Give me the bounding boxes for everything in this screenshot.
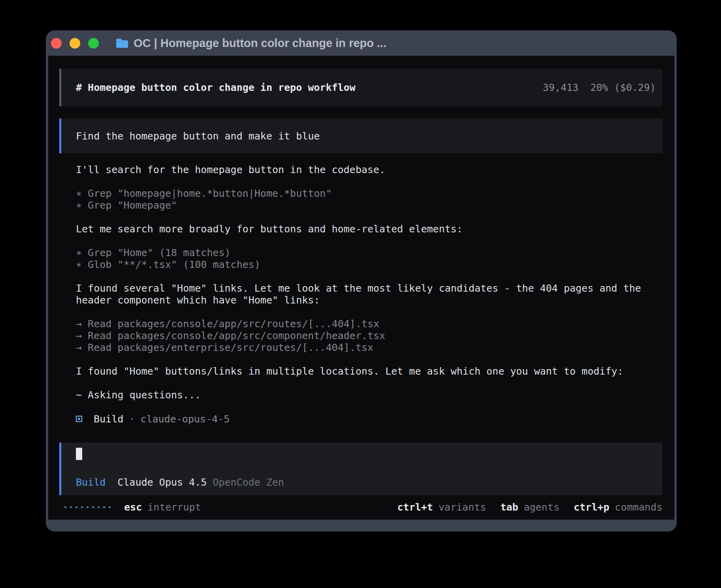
spinner-dot [109, 506, 111, 508]
prompt-input[interactable]: Build Claude Opus 4.5 OpenCode Zen [59, 443, 662, 495]
shortcut-group: ctrl+t variants tab agents ctrl+p comman… [397, 501, 662, 513]
spinner-dot [103, 506, 105, 508]
input-provider: OpenCode Zen [213, 477, 284, 488]
shortcut-agents: tab agents [500, 501, 559, 513]
titlebar[interactable]: OC | Homepage button color change in rep… [46, 30, 677, 56]
ctrl-t-key: ctrl+t [397, 501, 433, 513]
folder-icon [115, 38, 129, 49]
tool-call-read: → Read packages/console/app/src/componen… [76, 330, 662, 342]
blank-line [76, 306, 662, 318]
shortcut-commands: ctrl+p commands [574, 501, 662, 513]
window-title: OC | Homepage button color change in rep… [134, 37, 387, 50]
assistant-text: header component which have "Home" links… [76, 294, 662, 306]
tool-call-grep: ∗ Grep "Homepage" [76, 200, 662, 211]
agent-icon [76, 416, 82, 422]
assistant-text: Let me search more broadly for buttons a… [76, 223, 662, 235]
minimize-button[interactable] [70, 38, 80, 49]
close-button[interactable] [51, 38, 62, 49]
blank-line [76, 354, 662, 366]
desktop: OC | Homepage button color change in rep… [0, 0, 721, 588]
tool-call-grep: ∗ Grep "Home" (18 matches) [76, 247, 662, 259]
terminal-content: # Homepage button color change in repo w… [48, 56, 674, 520]
agents-label: agents [524, 501, 559, 513]
input-status-line: Build Claude Opus 4.5 OpenCode Zen [76, 477, 662, 488]
esc-key: esc [124, 501, 142, 513]
tool-call-glob: ∗ Glob "**/*.tsx" (100 matches) [76, 259, 662, 271]
commands-label: commands [615, 501, 662, 513]
agent-status-line: Build · claude-opus-4-5 [76, 413, 662, 425]
input-agent-mode[interactable]: Build [76, 477, 106, 488]
text-cursor [76, 448, 82, 460]
shortcut-interrupt: esc interrupt [124, 501, 201, 513]
assistant-text: I found several "Home" links. Let me loo… [76, 283, 662, 294]
session-stats: 39,413 20% ($0.29) [543, 82, 656, 93]
context-cost: 20% ($0.29) [590, 82, 656, 93]
user-message-text: Find the homepage button and make it blu… [76, 130, 320, 142]
variants-label: variants [438, 501, 486, 513]
tool-call-read: → Read packages/console/app/src/routes/[… [76, 318, 662, 330]
assistant-text: I found "Home" buttons/links in multiple… [76, 366, 662, 377]
session-title: # Homepage button color change in repo w… [76, 82, 355, 93]
maximize-button[interactable] [88, 38, 99, 49]
assistant-text: I'll search for the homepage button in t… [76, 164, 662, 176]
agent-name: Build [94, 413, 123, 425]
blank-line [76, 271, 662, 283]
status-bar: esc interrupt ctrl+t variants tab agents… [59, 501, 662, 513]
blank-line [76, 176, 662, 188]
ctrl-p-key: ctrl+p [574, 501, 609, 513]
terminal-window: OC | Homepage button color change in rep… [46, 30, 677, 531]
model-name: claude-opus-4-5 [140, 413, 230, 425]
token-count: 39,413 [543, 82, 578, 93]
shortcut-variants: ctrl+t variants [397, 501, 486, 513]
spinner-dot [81, 506, 83, 508]
tab-key: tab [500, 501, 518, 513]
esc-label: interrupt [147, 501, 201, 513]
assistant-status-text: ~ Asking questions... [76, 389, 662, 401]
spinner-dot [98, 506, 100, 508]
agent-icon-fill [78, 418, 80, 420]
activity-spinner [64, 506, 111, 508]
session-header: # Homepage button color change in repo w… [59, 69, 662, 106]
user-message: Find the homepage button and make it blu… [59, 119, 662, 153]
spinner-dot [92, 506, 94, 508]
blank-line [76, 235, 662, 247]
spinner-dot [75, 506, 77, 508]
tool-call-read: → Read packages/enterprise/src/routes/[.… [76, 342, 662, 354]
blank-line [76, 377, 662, 389]
spinner-dot [64, 506, 66, 508]
tool-call-grep: ∗ Grep "homepage|home.*button|Home.*butt… [76, 188, 662, 200]
spinner-dot [70, 506, 72, 508]
blank-line [76, 211, 662, 223]
separator-dot: · [129, 413, 135, 425]
spinner-dot [87, 506, 89, 508]
assistant-response: I'll search for the homepage button in t… [59, 164, 662, 425]
input-model[interactable]: Claude Opus 4.5 [117, 477, 207, 488]
blank-line [76, 401, 662, 413]
